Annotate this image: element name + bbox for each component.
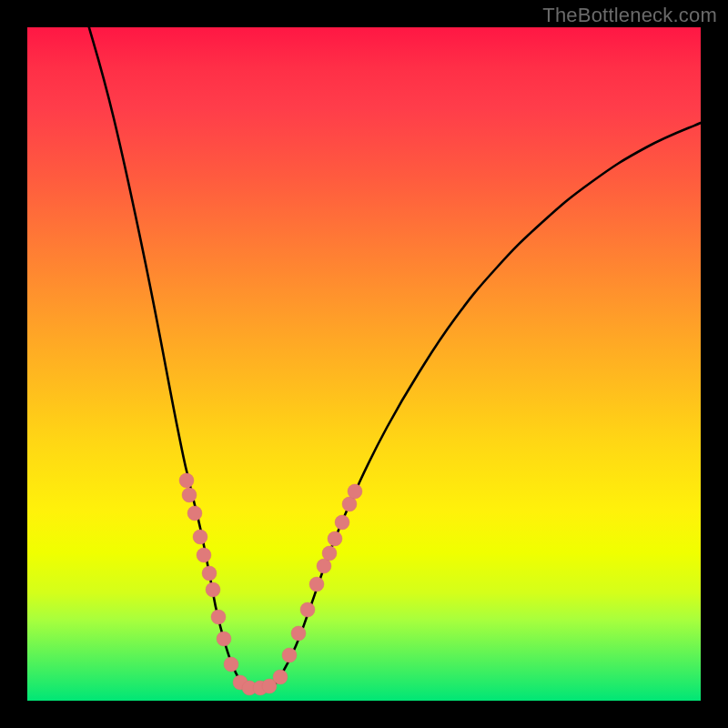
data-dot (328, 531, 342, 546)
data-dot (335, 515, 349, 530)
data-dot (291, 626, 306, 641)
data-dot (211, 610, 226, 624)
data-dot (197, 548, 211, 562)
data-dot (179, 473, 194, 488)
data-dot (206, 582, 220, 597)
data-dot (317, 559, 331, 573)
data-dot (282, 648, 297, 662)
plot-area (27, 27, 701, 701)
data-dot (300, 602, 315, 617)
data-dot (273, 670, 288, 684)
chart-svg (27, 27, 701, 701)
data-dot (193, 530, 207, 544)
data-dot (182, 488, 197, 502)
watermark-text: TheBottleneck.com (542, 4, 717, 27)
data-dot (224, 657, 238, 672)
bottleneck-curve (86, 27, 701, 689)
chart-frame: TheBottleneck.com (0, 0, 728, 728)
data-dot (348, 484, 362, 499)
scatter-dots (179, 473, 362, 695)
data-dot (217, 632, 231, 646)
data-dot (309, 577, 324, 592)
data-dot (187, 506, 202, 521)
data-dot (342, 497, 357, 511)
data-dot (202, 566, 217, 581)
data-dot (322, 546, 337, 561)
